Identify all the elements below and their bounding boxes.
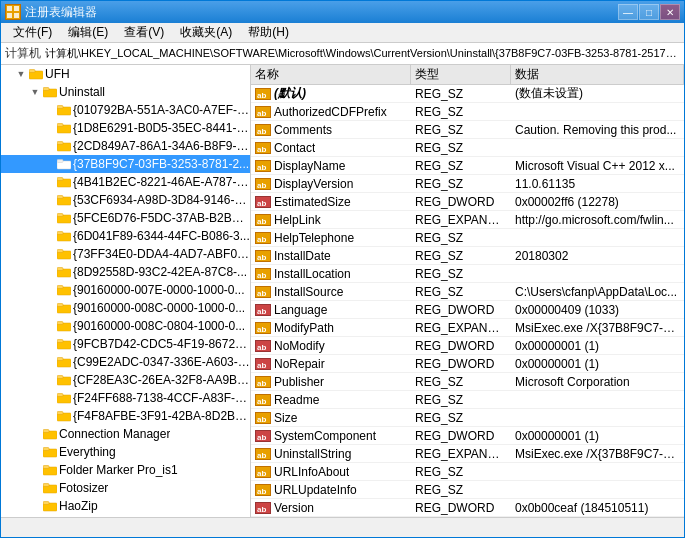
list-item[interactable]: abNoRepairREG_DWORD0x00000001 (1) xyxy=(251,355,684,373)
list-item[interactable]: abSizeREG_SZ xyxy=(251,409,684,427)
expand-btn[interactable] xyxy=(43,374,55,386)
list-item[interactable]: abInstallLocationREG_SZ xyxy=(251,265,684,283)
expand-btn[interactable]: ▼ xyxy=(29,86,41,98)
expand-btn[interactable] xyxy=(43,176,55,188)
expand-btn[interactable] xyxy=(29,446,41,458)
tree-item-r8[interactable]: {6D041F89-6344-44FC-B086-3... xyxy=(1,227,250,245)
menu-item-h[interactable]: 帮助(H) xyxy=(240,22,297,43)
list-item[interactable]: abHelpLinkREG_EXPAND_SZhttp://go.microso… xyxy=(251,211,684,229)
reg-icon-dword: ab xyxy=(255,358,271,370)
tree-item-r18[interactable]: {F4F8AFBE-3F91-42BA-8D2B-C... xyxy=(1,407,250,425)
list-item[interactable]: abDisplayNameREG_SZMicrosoft Visual C++ … xyxy=(251,157,684,175)
tree-item-foldermarker[interactable]: Folder Marker Pro_is1 xyxy=(1,461,250,479)
expand-btn[interactable] xyxy=(43,122,55,134)
tree-item-r9[interactable]: {73FF34E0-DDA4-4AD7-ABF0-... xyxy=(1,245,250,263)
expand-btn[interactable] xyxy=(43,194,55,206)
list-item[interactable]: abReadmeREG_SZ xyxy=(251,391,684,409)
expand-btn[interactable] xyxy=(43,356,55,368)
tree-item-connmgr[interactable]: Connection Manager xyxy=(1,425,250,443)
tree-label: {1D8E6291-B0D5-35EC-8441-4... xyxy=(73,121,250,135)
folder-icon xyxy=(57,230,71,242)
list-item[interactable]: abSystemComponentREG_DWORD0x00000001 (1) xyxy=(251,427,684,445)
tree-item-fotosizer[interactable]: Fotosizer xyxy=(1,479,250,497)
reg-icon-dword: ab xyxy=(255,196,271,208)
cell-name: abUninstallString xyxy=(251,447,411,461)
list-item[interactable]: ab(默认)REG_SZ(数值未设置) xyxy=(251,85,684,103)
expand-btn[interactable] xyxy=(43,338,55,350)
expand-btn[interactable] xyxy=(43,302,55,314)
column-name[interactable]: 名称 xyxy=(251,65,411,84)
svg-rect-27 xyxy=(57,268,63,271)
expand-btn[interactable] xyxy=(43,104,55,116)
expand-btn[interactable] xyxy=(43,158,55,170)
cell-type: REG_DWORD xyxy=(411,357,511,371)
list-item[interactable]: abHelpTelephoneREG_SZ xyxy=(251,229,684,247)
cell-data: 0x00002ff6 (12278) xyxy=(511,195,684,209)
expand-btn[interactable] xyxy=(43,212,55,224)
menu-item-e[interactable]: 编辑(E) xyxy=(60,22,116,43)
list-item[interactable]: abURLInfoAboutREG_SZ xyxy=(251,463,684,481)
tree-item-r16[interactable]: {CF28EA3C-26EA-32F8-AA9B-... xyxy=(1,371,250,389)
tree-item-r4[interactable]: {37B8F9C7-03FB-3253-8781-2... xyxy=(1,155,250,173)
expand-btn[interactable] xyxy=(43,320,55,332)
tree-item-r3[interactable]: {2CD849A7-86A1-34A6-B8F9-1... xyxy=(1,137,250,155)
list-item[interactable]: abPublisherREG_SZMicrosoft Corporation xyxy=(251,373,684,391)
tree-item-r7[interactable]: {5FCE6D76-F5DC-37AB-B2B8-... xyxy=(1,209,250,227)
tree-item-r2[interactable]: {1D8E6291-B0D5-35EC-8441-4... xyxy=(1,119,250,137)
column-type[interactable]: 类型 xyxy=(411,65,511,84)
list-item[interactable]: abCommentsREG_SZCaution. Removing this p… xyxy=(251,121,684,139)
minimize-button[interactable]: — xyxy=(618,4,638,20)
expand-btn[interactable]: ▼ xyxy=(15,68,27,80)
expand-btn[interactable] xyxy=(43,266,55,278)
expand-btn[interactable] xyxy=(43,284,55,296)
address-bar: 计算机 计算机\HKEY_LOCAL_MACHINE\SOFTWARE\Micr… xyxy=(1,43,684,65)
expand-btn[interactable] xyxy=(43,248,55,260)
list-item[interactable]: abDisplayVersionREG_SZ11.0.61135 xyxy=(251,175,684,193)
list-item[interactable]: abUninstallStringREG_EXPAND_SZMsiExec.ex… xyxy=(251,445,684,463)
menu-item-v[interactable]: 查看(V) xyxy=(116,22,172,43)
cell-name: abURLUpdateInfo xyxy=(251,483,411,497)
expand-btn[interactable] xyxy=(43,392,55,404)
tree-item-everything[interactable]: Everything xyxy=(1,443,250,461)
tree-item-r6[interactable]: {53CF6934-A98D-3D84-9146-1... xyxy=(1,191,250,209)
expand-btn[interactable] xyxy=(29,464,41,476)
expand-btn[interactable] xyxy=(43,230,55,242)
expand-btn[interactable] xyxy=(29,428,41,440)
tree-item-r11[interactable]: {90160000-007E-0000-1000-0... xyxy=(1,281,250,299)
list-item[interactable]: abAuthorizedCDFPrefixREG_SZ xyxy=(251,103,684,121)
folder-icon xyxy=(57,158,71,170)
svg-text:ab: ab xyxy=(257,505,266,513)
list-item[interactable]: abLanguageREG_DWORD0x00000409 (1033) xyxy=(251,301,684,319)
tree-item-r10[interactable]: {8D92558D-93C2-42EA-87C8-... xyxy=(1,263,250,281)
menu-item-a[interactable]: 收藏夹(A) xyxy=(172,22,240,43)
column-data[interactable]: 数据 xyxy=(511,65,684,84)
tree-item-uninstall[interactable]: ▼ Uninstall xyxy=(1,83,250,101)
expand-btn[interactable] xyxy=(43,410,55,422)
list-item[interactable]: abVersionREG_DWORD0x0b00ceaf (184510511) xyxy=(251,499,684,517)
tree-item-r13[interactable]: {90160000-008C-0804-1000-0... xyxy=(1,317,250,335)
list-item[interactable]: abEstimatedSizeREG_DWORD0x00002ff6 (1227… xyxy=(251,193,684,211)
close-button[interactable]: ✕ xyxy=(660,4,680,20)
maximize-button[interactable]: □ xyxy=(639,4,659,20)
list-item[interactable]: abInstallSourceREG_SZC:\Users\cfanp\AppD… xyxy=(251,283,684,301)
reg-icon-ab: ab xyxy=(255,268,271,280)
tree-item-r14[interactable]: {9FCB7D42-CDC5-4F19-8672-6... xyxy=(1,335,250,353)
tree-item-r12[interactable]: {90160000-008C-0000-1000-0... xyxy=(1,299,250,317)
tree-label: {53CF6934-A98D-3D84-9146-1... xyxy=(73,193,250,207)
list-item[interactable]: abInstallDateREG_SZ20180302 xyxy=(251,247,684,265)
tree-item-ufh[interactable]: ▼ UFH xyxy=(1,65,250,83)
svg-rect-1 xyxy=(14,6,19,11)
list-item[interactable]: abModifyPathREG_EXPAND_SZMsiExec.exe /X{… xyxy=(251,319,684,337)
tree-item-r5[interactable]: {4B41B2EC-8221-46AE-A787-4... xyxy=(1,173,250,191)
list-item[interactable]: abURLUpdateInfoREG_SZ xyxy=(251,481,684,499)
tree-item-r17[interactable]: {F24FF688-7138-4CCF-A83F-7... xyxy=(1,389,250,407)
expand-btn[interactable] xyxy=(29,482,41,494)
list-item[interactable]: abContactREG_SZ xyxy=(251,139,684,157)
tree-item-haozip[interactable]: HaoZip xyxy=(1,497,250,515)
list-item[interactable]: abNoModifyREG_DWORD0x00000001 (1) xyxy=(251,337,684,355)
menu-item-f[interactable]: 文件(F) xyxy=(5,22,60,43)
tree-item-r1[interactable]: {010792BA-551A-3AC0-A7EF-0... xyxy=(1,101,250,119)
tree-item-r15[interactable]: {C99E2ADC-0347-336E-A603-1... xyxy=(1,353,250,371)
expand-btn[interactable] xyxy=(29,500,41,512)
expand-btn[interactable] xyxy=(43,140,55,152)
